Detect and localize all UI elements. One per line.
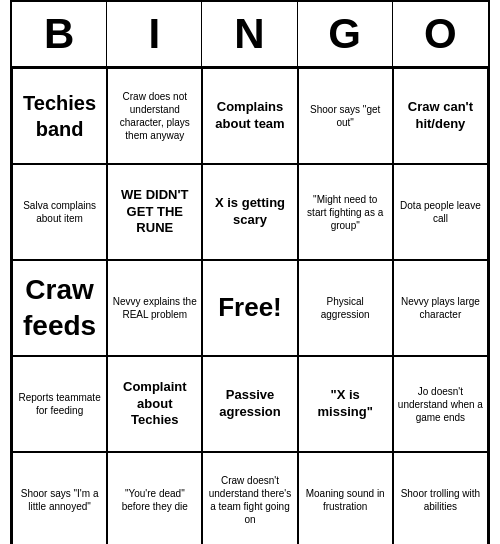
bingo-cell-8: "Might need to start fighting as a group…	[298, 164, 393, 260]
bingo-cell-14: Nevvy plays large character	[393, 260, 488, 356]
bingo-cell-6: WE DIDN'T GET THE RUNE	[107, 164, 202, 260]
bingo-letter-g: G	[298, 2, 393, 66]
bingo-cell-20: Shoor says "I'm a little annoyed"	[12, 452, 107, 544]
bingo-card: BINGO Techies bandCraw does not understa…	[10, 0, 490, 544]
bingo-cell-7: X is getting scary	[202, 164, 297, 260]
bingo-cell-5: Salva complains about item	[12, 164, 107, 260]
bingo-cell-16: Complaint about Techies	[107, 356, 202, 452]
bingo-letter-i: I	[107, 2, 202, 66]
bingo-letter-b: B	[12, 2, 107, 66]
bingo-cell-22: Craw doesn't understand there's a team f…	[202, 452, 297, 544]
bingo-cell-13: Physical aggression	[298, 260, 393, 356]
bingo-cell-9: Dota people leave call	[393, 164, 488, 260]
bingo-cell-12: Free!	[202, 260, 297, 356]
bingo-grid: Techies bandCraw does not understand cha…	[12, 68, 488, 544]
bingo-cell-21: "You're dead" before they die	[107, 452, 202, 544]
bingo-cell-23: Moaning sound in frustration	[298, 452, 393, 544]
bingo-cell-24: Shoor trolling with abilities	[393, 452, 488, 544]
bingo-cell-11: Nevvy explains the REAL problem	[107, 260, 202, 356]
bingo-cell-1: Craw does not understand character, play…	[107, 68, 202, 164]
bingo-header: BINGO	[12, 2, 488, 68]
bingo-cell-2: Complains about team	[202, 68, 297, 164]
bingo-cell-18: "X is missing"	[298, 356, 393, 452]
bingo-cell-10: Craw feeds	[12, 260, 107, 356]
bingo-cell-3: Shoor says "get out"	[298, 68, 393, 164]
bingo-cell-17: Passive agression	[202, 356, 297, 452]
bingo-cell-19: Jo doesn't understand when a game ends	[393, 356, 488, 452]
bingo-cell-15: Reports teammate for feeding	[12, 356, 107, 452]
bingo-letter-o: O	[393, 2, 488, 66]
bingo-cell-0: Techies band	[12, 68, 107, 164]
bingo-cell-4: Craw can't hit/deny	[393, 68, 488, 164]
bingo-letter-n: N	[202, 2, 297, 66]
